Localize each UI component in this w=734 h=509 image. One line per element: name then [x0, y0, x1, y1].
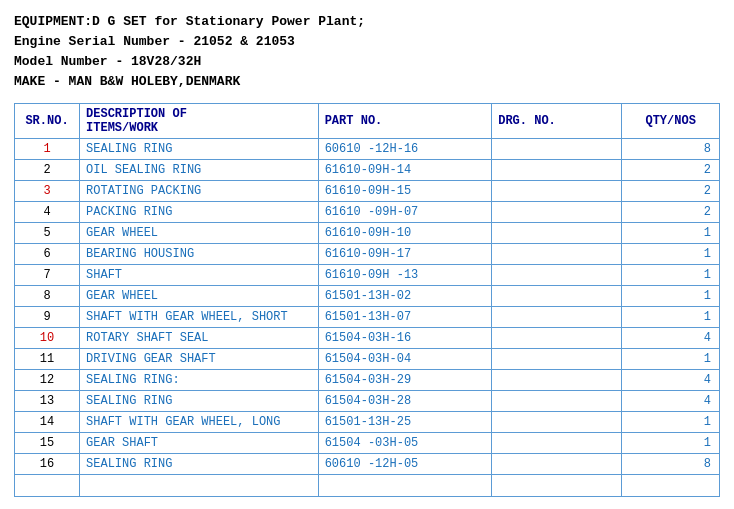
- document-header: EQUIPMENT:D G SET for Stationary Power P…: [14, 12, 720, 93]
- cell-part: 61501-13H-07: [318, 306, 492, 327]
- cell-sr: 8: [15, 285, 80, 306]
- cell-desc: PACKING RING: [80, 201, 319, 222]
- cell-qty: 2: [622, 201, 720, 222]
- table-row: 14SHAFT WITH GEAR WHEEL, LONG61501-13H-2…: [15, 411, 720, 432]
- cell-sr: 7: [15, 264, 80, 285]
- cell-drg: [492, 243, 622, 264]
- cell-part: 61504-03H-29: [318, 369, 492, 390]
- cell-part: 61501-13H-25: [318, 411, 492, 432]
- cell-drg: [492, 327, 622, 348]
- table-row: 2OIL SEALING RING61610-09H-142: [15, 159, 720, 180]
- cell-sr: 10: [15, 327, 80, 348]
- cell-desc: SEALING RING: [80, 453, 319, 474]
- cell-qty: 8: [622, 453, 720, 474]
- cell-qty: 4: [622, 327, 720, 348]
- cell-sr: 11: [15, 348, 80, 369]
- cell-desc: GEAR WHEEL: [80, 285, 319, 306]
- cell-part: 61610 -09H-07: [318, 201, 492, 222]
- cell-sr: 12: [15, 369, 80, 390]
- parts-table: SR.NO. DESCRIPTION OFITEMS/WORK PART NO.…: [14, 103, 720, 497]
- table-row: 15GEAR SHAFT61504 -03H-051: [15, 432, 720, 453]
- cell-qty: 1: [622, 432, 720, 453]
- cell-desc: DRIVING GEAR SHAFT: [80, 348, 319, 369]
- cell-desc: GEAR SHAFT: [80, 432, 319, 453]
- table-row: 13SEALING RING61504-03H-284: [15, 390, 720, 411]
- cell-sr: 13: [15, 390, 80, 411]
- cell-desc: SHAFT: [80, 264, 319, 285]
- col-header-part: PART NO.: [318, 103, 492, 138]
- cell-desc: GEAR WHEEL: [80, 222, 319, 243]
- cell-qty: 2: [622, 180, 720, 201]
- table-row: 12SEALING RING:61504-03H-294: [15, 369, 720, 390]
- cell-part: 61610-09H-15: [318, 180, 492, 201]
- cell-part: 61504-03H-16: [318, 327, 492, 348]
- cell-qty: 1: [622, 306, 720, 327]
- cell-part: 60610 -12H-05: [318, 453, 492, 474]
- cell-part: 61610-09H-14: [318, 159, 492, 180]
- cell-sr: 6: [15, 243, 80, 264]
- table-row: 8GEAR WHEEL61501-13H-021: [15, 285, 720, 306]
- cell-part: 60610 -12H-16: [318, 138, 492, 159]
- cell-desc: OIL SEALING RING: [80, 159, 319, 180]
- cell-sr: 5: [15, 222, 80, 243]
- cell-sr: 2: [15, 159, 80, 180]
- cell-qty: 1: [622, 243, 720, 264]
- cell-drg: [492, 306, 622, 327]
- header-line4: MAKE - MAN B&W HOLEBY,DENMARK: [14, 72, 720, 92]
- cell-desc: SHAFT WITH GEAR WHEEL, LONG: [80, 411, 319, 432]
- cell-sr: 3: [15, 180, 80, 201]
- cell-sr: 1: [15, 138, 80, 159]
- cell-drg: [492, 411, 622, 432]
- table-row: 1SEALING RING60610 -12H-168: [15, 138, 720, 159]
- cell-sr: 4: [15, 201, 80, 222]
- table-row: 7SHAFT61610-09H -131: [15, 264, 720, 285]
- cell-qty: 2: [622, 159, 720, 180]
- cell-qty: 8: [622, 138, 720, 159]
- table-row: 9SHAFT WITH GEAR WHEEL, SHORT61501-13H-0…: [15, 306, 720, 327]
- cell-qty: 1: [622, 348, 720, 369]
- cell-sr: 16: [15, 453, 80, 474]
- table-row: 6BEARING HOUSING61610-09H-171: [15, 243, 720, 264]
- cell-drg: [492, 159, 622, 180]
- cell-drg: [492, 348, 622, 369]
- cell-drg: [492, 390, 622, 411]
- cell-desc: SEALING RING: [80, 390, 319, 411]
- table-row: 16SEALING RING60610 -12H-058: [15, 453, 720, 474]
- col-header-sr: SR.NO.: [15, 103, 80, 138]
- cell-drg: [492, 180, 622, 201]
- col-header-drg: DRG. NO.: [492, 103, 622, 138]
- table-row: 10ROTARY SHAFT SEAL61504-03H-164: [15, 327, 720, 348]
- cell-sr: 14: [15, 411, 80, 432]
- table-row: 11DRIVING GEAR SHAFT61504-03H-041: [15, 348, 720, 369]
- cell-drg: [492, 201, 622, 222]
- table-row: 5GEAR WHEEL61610-09H-101: [15, 222, 720, 243]
- cell-part: 61610-09H-17: [318, 243, 492, 264]
- cell-part: 61501-13H-02: [318, 285, 492, 306]
- table-header-row: SR.NO. DESCRIPTION OFITEMS/WORK PART NO.…: [15, 103, 720, 138]
- cell-drg: [492, 432, 622, 453]
- cell-sr: 9: [15, 306, 80, 327]
- empty-row: [15, 474, 720, 496]
- col-header-qty: QTY/NOS: [622, 103, 720, 138]
- cell-qty: 1: [622, 285, 720, 306]
- cell-sr: 15: [15, 432, 80, 453]
- cell-qty: 1: [622, 222, 720, 243]
- cell-qty: 1: [622, 264, 720, 285]
- cell-desc: ROTATING PACKING: [80, 180, 319, 201]
- cell-desc: BEARING HOUSING: [80, 243, 319, 264]
- cell-part: 61504 -03H-05: [318, 432, 492, 453]
- cell-part: 61610-09H -13: [318, 264, 492, 285]
- cell-drg: [492, 138, 622, 159]
- cell-desc: SHAFT WITH GEAR WHEEL, SHORT: [80, 306, 319, 327]
- cell-drg: [492, 369, 622, 390]
- table-row: 4PACKING RING61610 -09H-072: [15, 201, 720, 222]
- cell-desc: SEALING RING: [80, 138, 319, 159]
- cell-qty: 4: [622, 369, 720, 390]
- cell-drg: [492, 285, 622, 306]
- cell-part: 61610-09H-10: [318, 222, 492, 243]
- cell-desc: SEALING RING:: [80, 369, 319, 390]
- table-row: 3ROTATING PACKING61610-09H-152: [15, 180, 720, 201]
- cell-part: 61504-03H-28: [318, 390, 492, 411]
- cell-part: 61504-03H-04: [318, 348, 492, 369]
- col-header-desc: DESCRIPTION OFITEMS/WORK: [80, 103, 319, 138]
